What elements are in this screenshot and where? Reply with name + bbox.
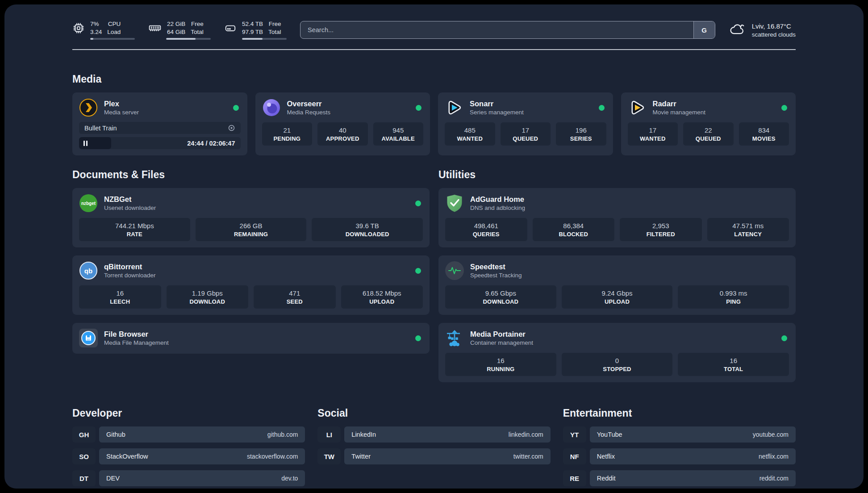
media-apps-row: Plex Media server Bullet Train 24:44 / 0… [72,92,796,155]
app-name: Speedtest [470,262,522,272]
nzbget-icon: nzbget [79,194,98,213]
stat-leech: 16 LEECH [79,285,161,309]
app-card-media-portainer[interactable]: Media Portainer Container management 16 … [438,323,796,382]
stat-label: SEED [255,298,334,305]
search-engine-button[interactable]: G [693,21,715,38]
link-netflix[interactable]: NF Netflix netflix.com [563,448,796,464]
stat-label: REMAINING [197,231,305,238]
section-title-social: Social [317,407,550,419]
stat-label: QUEUED [502,135,549,142]
app-card-adguard-home[interactable]: AdGuard Home DNS and adblocking 498,461 … [438,188,796,247]
status-online-dot [781,105,787,111]
system-stat-disk: 52.4 TB97.9 TB FreeTotal [224,20,287,40]
search-box[interactable]: G [300,21,715,39]
app-name: Radarr [653,99,706,109]
playback-progress-bar[interactable]: 24:44 / 02:06:47 [79,137,241,149]
system-stat-labels: FreeTotal [268,20,281,36]
status-online-dot [599,105,605,111]
stat-value: 17 [502,126,549,134]
system-stat-labels: CPULoad [107,20,121,36]
weather-widget[interactable]: Lviv, 16.87°C scattered clouds [729,21,796,38]
link-linkedin[interactable]: LI LinkedIn linkedin.com [317,426,550,443]
app-card-speedtest[interactable]: Speedtest Speedtest Tracking 9.65 Gbps D… [438,255,796,315]
stat-ping: 0.993 ms PING [678,285,789,309]
app-card-qbittorrent[interactable]: qb qBittorrent Torrent downloader 16 LEE… [72,255,430,315]
app-card-nzbget[interactable]: nzbget NZBGet Usenet downloader 744.21 M… [72,188,430,247]
app-card-sonarr[interactable]: Sonarr Series management 485 WANTED 17 Q… [438,92,613,155]
stat-label: DOWNLOAD [447,298,555,305]
stat-value: 16 [81,289,159,297]
radarr-icon [628,98,647,117]
app-name: qBittorrent [104,262,156,272]
link-name: Github [106,431,125,438]
system-stat-progress [90,38,135,40]
stat-stopped: 0 STOPPED [562,353,673,376]
link-twitter[interactable]: TW Twitter twitter.com [317,448,550,464]
link-name: Netflix [597,453,615,460]
stat-label: RATE [81,231,188,238]
stat-available: 945 AVAILABLE [373,122,424,146]
stat-value: 498,461 [447,222,526,230]
stat-value: 17 [630,126,676,134]
link-abbr-badge: LI [317,426,341,443]
stat-label: APPROVED [319,135,366,142]
stat-value: 40 [319,126,366,134]
stat-label: PING [680,298,787,305]
stat-filtered: 2,953 FILTERED [620,218,702,241]
link-dev[interactable]: DT DEV dev.to [72,470,305,486]
pause-icon[interactable] [83,141,88,146]
link-name: StackOverflow [106,453,148,460]
adguard-home-icon [445,194,464,213]
playback-time: 24:44 / 02:06:47 [187,140,240,147]
link-url: youtube.com [753,431,789,438]
stat-value: 9.24 Gbps [563,289,671,297]
stat-value: 9.65 Gbps [447,289,555,297]
stat-label: WANTED [447,135,493,142]
section-utilities: Utilities AdGuard Home DNS and adblockin… [438,169,796,382]
stat-value: 485 [447,126,493,134]
system-stat-ram: 22 GiB64 GiB FreeTotal [148,20,211,40]
link-name: YouTube [597,431,622,438]
app-card-radarr[interactable]: Radarr Movie management 17 WANTED 22 QUE… [621,92,796,155]
app-subtitle: Usenet downloader [104,204,156,212]
link-url: github.com [267,431,298,438]
weather-location-temp: Lviv, 16.87°C [752,22,796,31]
app-name: File Browser [104,330,169,339]
stat-label: SERIES [558,135,605,142]
stat-queued: 22 QUEUED [683,122,734,146]
link-abbr-badge: DT [72,470,96,486]
cloud-icon [729,21,746,38]
stat-value: 0 [563,357,671,364]
stat-label: STOPPED [563,366,671,372]
system-stat-values: 22 GiB64 GiB [167,20,185,36]
middle-columns: Documents & Files nzbget NZBGet Usenet d… [72,169,796,382]
media-portainer-icon [445,329,464,347]
link-github[interactable]: GH Github github.com [72,426,305,443]
stat-value: 945 [375,126,422,134]
app-card-overseerr[interactable]: Overseerr Media Requests 21 PENDING 40 A… [255,92,430,155]
stat-wanted: 17 WANTED [628,122,678,146]
stat-label: UPLOAD [563,298,671,305]
weather-condition: scattered clouds [752,31,796,38]
ram-icon [148,22,162,34]
system-stat-labels: FreeTotal [191,20,204,36]
app-card-plex[interactable]: Plex Media server Bullet Train 24:44 / 0… [72,92,247,155]
stat-value: 16 [447,357,555,364]
search-input[interactable] [300,21,693,38]
link-stackoverflow[interactable]: SO StackOverflow stackoverflow.com [72,448,305,464]
link-abbr-badge: YT [563,426,586,443]
stat-downloaded: 39.6 TB DOWNLOADED [312,218,423,241]
link-abbr-badge: SO [72,448,96,464]
speedtest-icon [445,261,464,280]
header-divider [72,49,796,50]
settings-icon[interactable] [228,124,235,132]
status-online-dot [415,335,421,341]
stat-rate: 744.21 Mbps RATE [79,218,190,241]
stat-label: DOWNLOADED [313,231,421,238]
app-subtitle: Speedtest Tracking [470,272,522,280]
stat-value: 744.21 Mbps [81,222,188,230]
stat-download: 9.65 Gbps DOWNLOAD [445,285,556,309]
link-reddit[interactable]: RE Reddit reddit.com [563,470,796,486]
app-card-file-browser[interactable]: File Browser Media File Management [72,323,430,354]
link-youtube[interactable]: YT YouTube youtube.com [563,426,796,443]
